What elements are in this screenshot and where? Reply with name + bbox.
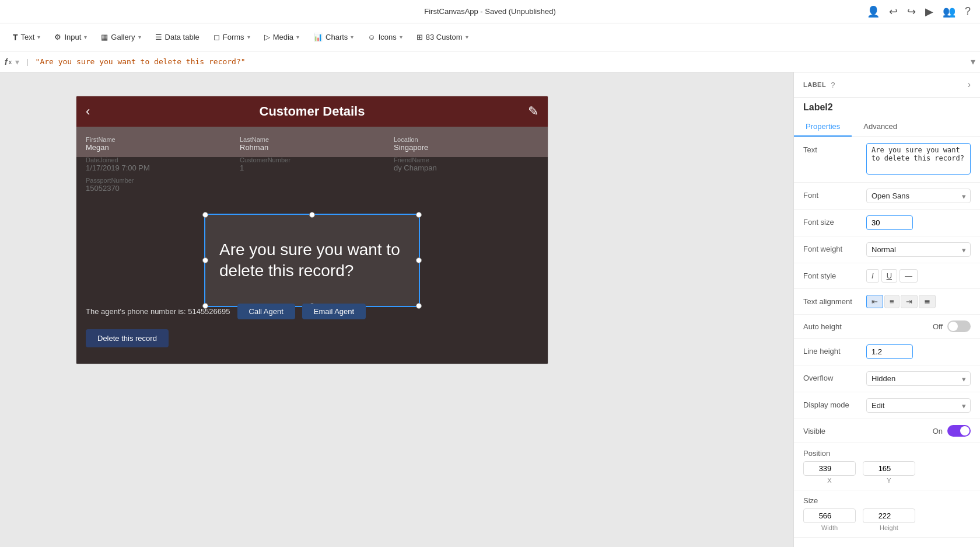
title-bar-icons: 👤 ↩ ↪ ▶ 👥 ? — [867, 5, 971, 18]
prop-position-label: Position — [803, 449, 971, 458]
prop-fontsize-input[interactable] — [866, 215, 913, 230]
prop-autoheight-row: Auto height Off — [794, 315, 980, 339]
size-height-input[interactable] — [863, 508, 915, 523]
app-title: FirstCanvasApp - Saved (Unpublished) — [424, 7, 555, 16]
charts-chevron: ▾ — [351, 34, 354, 40]
formula-expand-icon[interactable]: ▾ — [971, 56, 975, 67]
prop-text-label: Text — [803, 143, 862, 154]
prop-lineheight-input[interactable] — [866, 344, 913, 359]
app-frame: ‹ Customer Details ✎ FirstName Megan Las… — [76, 96, 548, 364]
tool-datatable[interactable]: ☰ Data table — [149, 29, 205, 45]
position-y-input[interactable] — [863, 461, 915, 476]
panel-collapse-icon[interactable]: › — [968, 79, 971, 90]
tool-charts[interactable]: 📊 Charts ▾ — [307, 29, 359, 45]
handle-top-left[interactable] — [202, 212, 208, 218]
visible-toggle-knob — [960, 426, 970, 435]
handle-mid-left[interactable] — [202, 257, 208, 263]
email-agent-button[interactable]: Email Agent — [302, 304, 366, 319]
panel-tabs: Properties Advanced — [794, 117, 980, 137]
prop-font-select[interactable]: Open Sans Arial Segoe UI — [866, 189, 971, 203]
input-icon: ⚙ — [54, 33, 61, 41]
prop-text-input[interactable] — [866, 143, 971, 175]
gallery-chevron: ▾ — [138, 34, 141, 40]
underline-button[interactable]: U — [881, 269, 897, 283]
canvas-area: ‹ Customer Details ✎ FirstName Megan Las… — [0, 72, 793, 547]
italic-button[interactable]: I — [866, 269, 879, 283]
tool-text[interactable]: T Text ▾ — [7, 29, 46, 46]
forms-chevron: ▾ — [247, 34, 250, 40]
app-title-header: Customer Details — [260, 104, 365, 119]
align-justify-button[interactable]: ≣ — [919, 295, 936, 308]
delete-record-button[interactable]: Delete this record — [86, 329, 169, 347]
prop-font-value: Open Sans Arial Segoe UI — [866, 189, 971, 203]
edit-icon[interactable]: ✎ — [528, 104, 538, 119]
tool-icons[interactable]: ☺ Icons ▾ — [362, 29, 408, 45]
prop-size-row: Size Width Height — [794, 490, 980, 538]
prop-fontweight-row: Font weight Normal Bold Lighter — [794, 236, 980, 263]
datatable-icon: ☰ — [155, 33, 162, 41]
text-chevron: ▾ — [37, 34, 40, 40]
prop-fontstyle-label: Font style — [803, 269, 862, 280]
tab-properties[interactable]: Properties — [794, 117, 852, 137]
panel-help-icon[interactable]: ? — [831, 81, 835, 89]
play-icon[interactable]: ▶ — [925, 5, 933, 18]
size-width-input[interactable] — [803, 508, 856, 523]
prop-fontstyle-row: Font style I U — — [794, 263, 980, 289]
prop-displaymode-select[interactable]: Edit View Disabled — [866, 398, 971, 413]
tool-custom[interactable]: ⊞ 83 Custom ▾ — [411, 29, 474, 45]
handle-top-center[interactable] — [309, 212, 315, 218]
selected-label-box[interactable]: Are you sure you want to delete this rec… — [204, 214, 420, 307]
visible-toggle[interactable] — [947, 425, 971, 437]
tool-input[interactable]: ⚙ Input ▾ — [48, 29, 93, 45]
align-center-button[interactable]: ≡ — [884, 295, 900, 308]
panel-label: LABEL — [803, 81, 826, 88]
position-x-input[interactable] — [803, 461, 856, 476]
prop-overflow-select[interactable]: Hidden Scroll Visible — [866, 371, 971, 386]
size-width-label: Width — [821, 524, 838, 531]
prop-visible-toggle-group: On — [933, 425, 971, 437]
panel-component-name: Label2 — [794, 97, 980, 113]
tool-forms[interactable]: ◻ Forms ▾ — [208, 29, 256, 45]
field-lastname: LastName Rohman — [240, 136, 384, 152]
visible-toggle-text: On — [933, 427, 943, 435]
size-height-label: Height — [880, 524, 898, 531]
autoheight-toggle-text: Off — [933, 322, 943, 331]
agent-row: The agent's phone number is: 5145526695 … — [86, 304, 538, 319]
tab-advanced[interactable]: Advanced — [852, 117, 909, 137]
icons-icon: ☺ — [368, 33, 375, 41]
prop-displaymode-value: Edit View Disabled — [866, 398, 971, 413]
undo-icon[interactable]: ↩ — [889, 5, 898, 18]
align-right-button[interactable]: ⇥ — [901, 295, 918, 308]
call-agent-button[interactable]: Call Agent — [237, 304, 295, 319]
tool-gallery[interactable]: ▦ Gallery ▾ — [95, 29, 146, 45]
person-icon[interactable]: 👤 — [867, 5, 880, 18]
autoheight-toggle[interactable] — [947, 320, 971, 332]
panel-label-row: LABEL ? — [803, 81, 835, 89]
strikethrough-button[interactable]: — — [900, 269, 918, 283]
prop-lineheight-value — [866, 344, 971, 359]
prop-fontsize-value — [866, 215, 971, 230]
align-left-button[interactable]: ⇤ — [866, 295, 883, 308]
back-button[interactable]: ‹ — [86, 104, 90, 119]
handle-top-right[interactable] — [416, 212, 422, 218]
icons-chevron: ▾ — [400, 34, 402, 40]
field-firstname: FirstName Megan — [86, 136, 230, 152]
prop-textalign-buttons: ⇤ ≡ ⇥ ≣ — [866, 295, 971, 308]
size-width-group: Width — [803, 508, 856, 531]
tool-media[interactable]: ▷ Media ▾ — [258, 29, 305, 45]
prop-visible-row: Visible On — [794, 419, 980, 443]
right-panel: LABEL ? › Label2 Properties Advanced Tex… — [793, 72, 980, 547]
autoheight-toggle-knob — [949, 322, 958, 331]
prop-fontweight-select[interactable]: Normal Bold Lighter — [866, 242, 971, 257]
custom-chevron: ▾ — [466, 34, 468, 40]
redo-icon[interactable]: ↪ — [907, 5, 916, 18]
prop-font-label: Font — [803, 189, 862, 200]
user-icon[interactable]: 👥 — [943, 5, 956, 18]
field-location: Location Singapore — [394, 136, 538, 152]
handle-mid-right[interactable] — [416, 257, 422, 263]
formula-icon: fx ▾ — [5, 57, 19, 67]
media-chevron: ▾ — [296, 34, 299, 40]
prop-lineheight-label: Line height — [803, 344, 862, 356]
help-icon[interactable]: ? — [965, 5, 971, 18]
formula-input[interactable] — [36, 57, 966, 66]
